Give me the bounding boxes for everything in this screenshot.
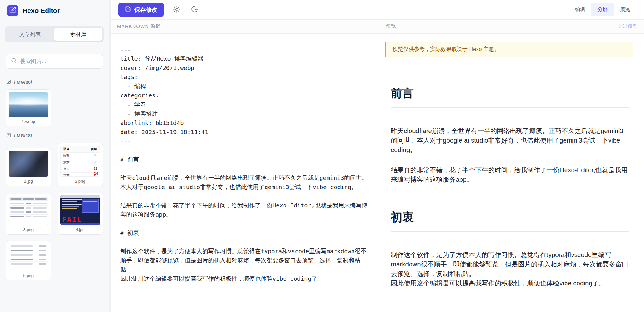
price-col-header: 价格: [91, 147, 97, 151]
image-filename: 1.jpg: [9, 179, 48, 184]
app-logo: [7, 5, 18, 16]
thumbnail-table-screenshot: [9, 197, 48, 225]
price-cell: 京东: [63, 167, 70, 171]
dark-mode-toggle[interactable]: [190, 4, 200, 15]
preview-notice-banner: 预览仅供参考，实际效果取决于 Hexo 主题。: [385, 42, 633, 57]
image-filename: 3.png: [9, 227, 48, 232]
price-footnote: 14: [94, 171, 98, 176]
gear-icon: [173, 5, 181, 14]
image-folders: /IMG/20/ 1.webp /IMG/18/ 1: [0, 72, 109, 312]
top-toolbar: 保存修改 编辑 分屏: [111, 0, 644, 20]
thumbnail-dark-photo: [9, 151, 48, 177]
view-mode-split[interactable]: 分屏: [591, 3, 614, 16]
split-panes: MARKDOWN 源码 --- title: 简易Hexo 博客编辑器 cove…: [111, 20, 644, 312]
app-title: Hexo Editor: [22, 7, 60, 15]
preview-content: 预览仅供参考，实际效果取决于 Hexo 主题。 前言 昨天cloudflare崩…: [379, 34, 644, 312]
preview-header-label: 预览: [386, 23, 396, 29]
image-filename: 5.png: [9, 273, 48, 278]
main-area: 保存修改 编辑 分屏: [111, 0, 644, 312]
fail-text: FAIL: [62, 217, 82, 223]
thumbnail-sky-photo: [9, 92, 48, 117]
editor-pane-header: MARKDOWN 源码: [111, 20, 379, 34]
folder-name: /IMG/20/: [14, 80, 32, 85]
settings-button[interactable]: [172, 4, 182, 15]
preview-paragraph: 昨天cloudflare崩溃，全世界有一半的网络出现了瘫痪。正巧不久之后就是ge…: [391, 126, 629, 155]
folder-header-img20[interactable]: /IMG/20/: [6, 79, 102, 85]
search-icon: [11, 58, 17, 65]
image-filename: 1.webp: [9, 119, 48, 124]
thumb-grid-img18: 1.jpg 平台 价格 淘宝68 京东23 京东21 京东26: [6, 143, 103, 280]
image-icon: [6, 133, 11, 138]
image-card[interactable]: 3.png: [6, 194, 51, 235]
price-cell: 68: [94, 154, 97, 158]
moon-icon: [191, 5, 198, 14]
image-card[interactable]: 1.jpg: [6, 148, 51, 186]
save-button-label: 保存修改: [134, 6, 157, 14]
view-mode-switcher: 编辑 分屏 预览: [569, 3, 636, 16]
editor-header-label: MARKDOWN 源码: [117, 23, 161, 29]
image-card[interactable]: 5.png: [6, 241, 51, 280]
save-button[interactable]: 保存修改: [118, 3, 164, 17]
image-card[interactable]: 1.webp: [6, 89, 51, 126]
preview-paragraph: 制作这个软件，是为了方便本人的写作习惯。总觉得在typora和vscode里编写…: [391, 250, 629, 288]
image-card[interactable]: 平台 价格 淘宝68 京东23 京东21 京东26 14 2.png: [58, 143, 103, 186]
terminal-dialog-box: [82, 199, 99, 213]
preview-heading: 前言: [391, 86, 629, 108]
image-filename: 2.png: [60, 179, 100, 184]
image-filename: 4.jpg: [60, 227, 100, 232]
sidebar: Hexo Editor 文章列表 素材库: [0, 0, 109, 312]
folder-header-img18[interactable]: /IMG/18/: [6, 133, 102, 138]
preview-pane-header: 预览 实时预览: [379, 20, 644, 34]
tab-material-library[interactable]: 素材库: [54, 28, 103, 41]
view-mode-preview[interactable]: 预览: [614, 3, 636, 16]
tab-article-list[interactable]: 文章列表: [6, 28, 54, 41]
save-icon: [125, 6, 131, 14]
search-section: [0, 48, 109, 72]
preview-heading: 初衷: [391, 210, 629, 232]
price-cell: 23: [94, 160, 97, 165]
editor-pane: MARKDOWN 源码 --- title: 简易Hexo 博客编辑器 cove…: [111, 20, 379, 312]
price-cell: 21: [94, 167, 97, 171]
price-cell: 京东: [63, 160, 70, 165]
price-col-header: 平台: [63, 147, 70, 151]
image-card[interactable]: FAIL 4.jpg: [58, 193, 103, 235]
sidebar-tab-switcher: 文章列表 素材库: [0, 21, 109, 48]
app-root: Hexo Editor 文章列表 素材库: [0, 0, 644, 312]
thumb-grid-img20: 1.webp: [6, 89, 103, 126]
thumbnail-list-screenshot: [9, 244, 48, 271]
sidebar-header: Hexo Editor: [0, 0, 109, 21]
search-box: [6, 54, 103, 69]
edit-square-icon: [9, 7, 16, 15]
folder-name: /IMG/18/: [14, 133, 32, 138]
price-cell: 京东: [63, 174, 70, 177]
price-cell: 淘宝: [63, 154, 70, 158]
search-input[interactable]: [20, 58, 98, 64]
thumbnail-price-table: 平台 价格 淘宝68 京东23 京东21 京东26 14: [60, 146, 100, 177]
view-mode-edit[interactable]: 编辑: [569, 3, 591, 16]
live-preview-label: 实时预览: [617, 23, 638, 29]
preview-paragraph: 结果真的非常不错，花了半个下午的时间，给我制作了一份Hexo-Editor,也就…: [391, 165, 629, 184]
markdown-editor[interactable]: --- title: 简易Hexo 博客编辑器 cover: /img/20/1…: [111, 34, 379, 312]
preview-pane: 预览 实时预览 预览仅供参考，实际效果取决于 Hexo 主题。 前言 昨天clo…: [379, 20, 644, 312]
tabs-group: 文章列表 素材库: [5, 26, 104, 42]
image-icon: [6, 79, 11, 85]
thumbnail-terminal-screenshot: FAIL: [60, 195, 100, 225]
